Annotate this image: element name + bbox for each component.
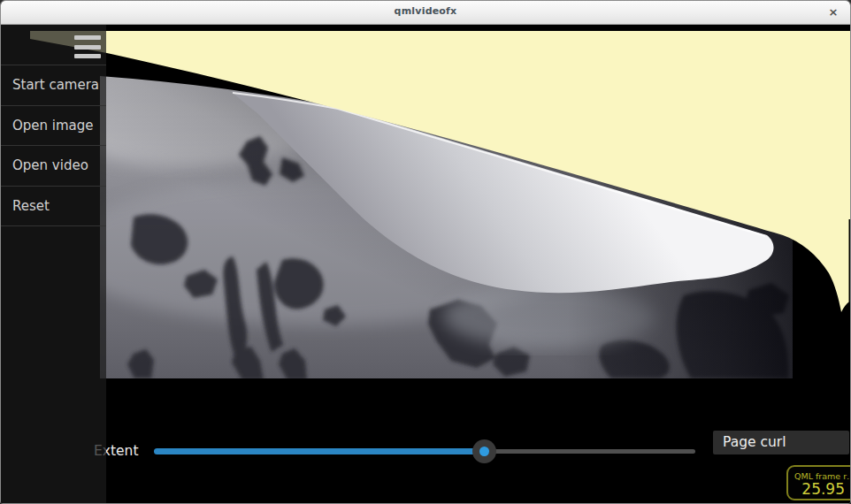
window-title: qmlvideofx <box>1 5 850 17</box>
effect-controls: Extent Page curl QML frame r… 25.95 <box>1 25 850 503</box>
close-icon[interactable]: × <box>825 4 841 20</box>
sidebar-item-open-image[interactable]: Open image <box>1 106 106 147</box>
sidebar-menu: Start camera Open image Open video Reset <box>1 65 106 226</box>
fps-indicator: QML frame r… 25.95 <box>786 465 851 500</box>
app-window: qmlvideofx × <box>0 0 851 504</box>
fps-value: 25.95 <box>788 480 845 498</box>
extent-slider[interactable] <box>154 439 695 463</box>
sidebar-item-start-camera[interactable]: Start camera <box>1 65 106 106</box>
slider-handle-dot <box>479 447 489 456</box>
menu-icon[interactable] <box>74 35 101 59</box>
sidebar: Start camera Open image Open video Reset <box>1 25 106 503</box>
titlebar[interactable]: qmlvideofx × <box>1 1 850 25</box>
sidebar-item-reset[interactable]: Reset <box>1 187 106 227</box>
sidebar-item-open-video[interactable]: Open video <box>1 146 106 187</box>
slider-handle[interactable] <box>472 439 496 463</box>
effect-button[interactable]: Page curl <box>713 431 849 454</box>
slider-fill <box>154 448 484 454</box>
content-area: Extent Page curl QML frame r… 25.95 Star… <box>1 25 850 503</box>
